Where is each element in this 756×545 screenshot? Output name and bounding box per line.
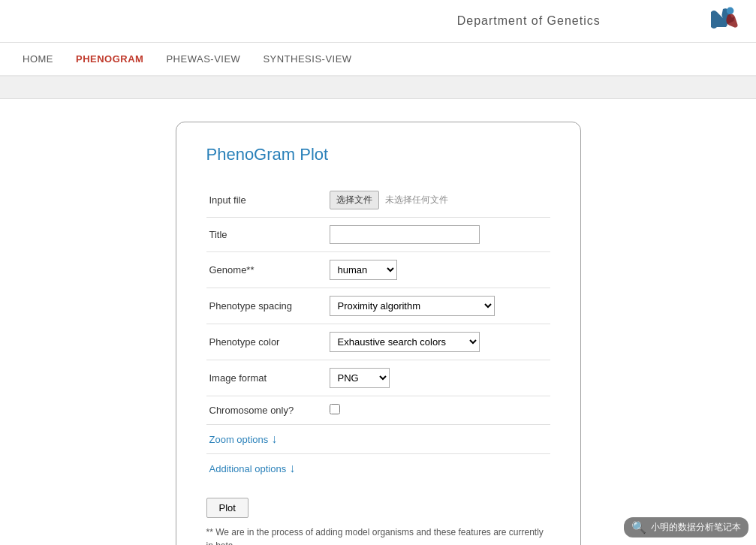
genome-row: Genome** human mouse rat <box>206 252 550 288</box>
genome-label: Genome** <box>206 252 327 288</box>
zoom-options-arrow: ↓ <box>271 432 277 446</box>
title-label: Title <box>206 218 327 252</box>
form-card: PhenoGram Plot Input file 选择文件 未选择任何文件 T… <box>176 122 581 545</box>
genome-cell: human mouse rat <box>327 252 550 288</box>
image-format-row: Image format PNG SVG PDF <box>206 360 550 396</box>
no-file-text: 未选择任何文件 <box>385 194 448 206</box>
title-row: Title <box>206 218 550 252</box>
additional-options-link[interactable]: Additional options ↓ <box>209 462 547 475</box>
chromosome-only-label: Chromosome only? <box>206 396 327 425</box>
genetics-logo-icon <box>705 6 741 36</box>
image-format-label: Image format <box>206 360 327 396</box>
header-title: Department of Genetics <box>353 14 706 28</box>
input-file-row: Input file 选择文件 未选择任何文件 <box>206 183 550 218</box>
additional-options-cell: Additional options ↓ <box>206 454 550 483</box>
nav-home[interactable]: HOME <box>23 44 53 74</box>
phenotype-color-row: Phenotype color Exhaustive search colors… <box>206 324 550 360</box>
watermark: 🔍 小明的数据分析笔记本 <box>624 517 748 537</box>
phenotype-color-cell: Exhaustive search colors Random colors C… <box>327 324 550 360</box>
beta-note: ** We are in the process of adding model… <box>206 525 550 545</box>
phenotype-spacing-select[interactable]: Proximity algorithm Equal spacing Random <box>330 296 495 316</box>
form-table: Input file 选择文件 未选择任何文件 Title Genome** <box>206 183 550 483</box>
main-navbar: HOME PHENOGRAM PHEWAS-VIEW SYNTHESIS-VIE… <box>0 43 756 77</box>
genome-select[interactable]: human mouse rat <box>330 260 397 280</box>
phenotype-spacing-cell: Proximity algorithm Equal spacing Random <box>327 288 550 324</box>
main-content: PhenoGram Plot Input file 选择文件 未选择任何文件 T… <box>0 99 756 545</box>
plot-button-area: Plot ** We are in the process of adding … <box>206 498 550 545</box>
chromosome-only-cell <box>327 396 550 425</box>
nav-phewas[interactable]: PHEWAS-VIEW <box>166 44 240 74</box>
zoom-options-label: Zoom options <box>209 434 269 445</box>
nav-phenogram[interactable]: PHENOGRAM <box>76 44 143 74</box>
chromosome-only-row: Chromosome only? <box>206 396 550 425</box>
form-title: PhenoGram Plot <box>206 145 550 164</box>
watermark-icon: 🔍 <box>631 520 646 534</box>
plot-button[interactable]: Plot <box>206 498 248 518</box>
image-format-select[interactable]: PNG SVG PDF <box>330 368 390 388</box>
page-header: Department of Genetics <box>0 0 756 43</box>
watermark-text: 小明的数据分析笔记本 <box>651 521 741 534</box>
chromosome-only-checkbox[interactable] <box>330 404 340 414</box>
input-file-cell: 选择文件 未选择任何文件 <box>327 183 550 218</box>
choose-file-button[interactable]: 选择文件 <box>330 191 379 209</box>
nav-synthesis[interactable]: SYNTHESIS-VIEW <box>263 44 351 74</box>
title-input[interactable] <box>330 225 480 244</box>
phenotype-color-label: Phenotype color <box>206 324 327 360</box>
input-file-label: Input file <box>206 183 327 218</box>
additional-options-label: Additional options <box>209 463 287 474</box>
file-input-area: 选择文件 未选择任何文件 <box>330 191 547 209</box>
phenotype-spacing-label: Phenotype spacing <box>206 288 327 324</box>
svg-point-0 <box>727 8 734 15</box>
zoom-options-row: Zoom options ↓ <box>206 425 550 454</box>
additional-options-arrow: ↓ <box>289 462 295 475</box>
additional-options-row: Additional options ↓ <box>206 454 550 483</box>
title-cell <box>327 218 550 252</box>
zoom-options-cell: Zoom options ↓ <box>206 425 550 454</box>
image-format-cell: PNG SVG PDF <box>327 360 550 396</box>
phenotype-color-select[interactable]: Exhaustive search colors Random colors C… <box>330 332 480 352</box>
phenotype-spacing-row: Phenotype spacing Proximity algorithm Eq… <box>206 288 550 324</box>
zoom-options-link[interactable]: Zoom options ↓ <box>209 432 547 446</box>
header-logo <box>705 6 741 36</box>
sub-header-bar <box>0 77 756 99</box>
